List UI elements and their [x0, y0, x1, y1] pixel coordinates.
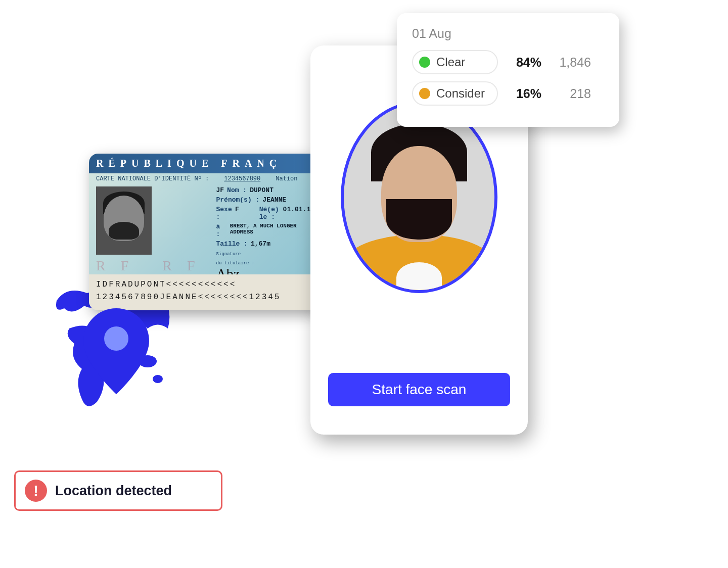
id-card: RÉPUBLIQUE FRANÇ CARTE NATIONALE D'IDENT… — [89, 154, 322, 310]
stat-row-clear: Clear 84% 1,846 — [412, 50, 604, 74]
stat-percent: 84% — [505, 55, 541, 70]
stat-count: 218 — [549, 86, 591, 101]
stat-pill-consider[interactable]: Consider — [412, 81, 498, 106]
stats-date: 01 Aug — [412, 26, 604, 41]
id-sexe-label: Sexe : — [216, 206, 232, 221]
stats-panel: 01 Aug Clear 84% 1,846 Consider 16% 218 — [397, 13, 619, 127]
stat-percent: 16% — [505, 86, 541, 101]
id-prenom-label: Prénom(s) : — [216, 196, 260, 204]
alert-icon: ! — [25, 480, 47, 502]
mrz-line-2: 1234567890JEANNE<<<<<<<<12345 — [96, 291, 314, 304]
dot-icon — [419, 57, 430, 68]
id-signature-label2: du titulaire : — [216, 261, 315, 266]
location-detected-banner: ! Location detected — [14, 470, 222, 511]
id-card-number: 1234567890 — [224, 175, 260, 182]
stat-label: Clear — [436, 55, 465, 69]
stat-row-consider: Consider 16% 218 — [412, 81, 604, 106]
id-ne-value: 01.01.19 — [283, 206, 314, 221]
id-a-value: BREST, A MUCH LONGER ADDRESS — [230, 223, 314, 238]
dot-icon — [419, 88, 430, 99]
id-card-nationality-label: Nation — [276, 175, 297, 182]
start-face-scan-button[interactable]: Start face scan — [328, 373, 510, 406]
id-signature-label1: Signature — [216, 252, 315, 257]
id-taille-value: 1,67m — [251, 240, 270, 248]
id-a-label: à : — [216, 223, 227, 238]
id-ne-label: Né(e) le : — [259, 206, 280, 221]
id-card-mrz: IDFRADUPONT<<<<<<<<<<< 1234567890JEANNE<… — [89, 274, 322, 310]
stat-label: Consider — [436, 86, 485, 101]
svg-point-1 — [153, 375, 163, 383]
id-taille-label: Taille : — [216, 240, 248, 248]
id-card-subtitle: CARTE NATIONALE D'IDENTITÉ Nº : — [96, 175, 209, 182]
stat-count: 1,846 — [549, 55, 591, 70]
id-nom-label: Nom : — [227, 186, 247, 194]
face-portrait — [353, 118, 485, 290]
location-pin-icon — [83, 308, 149, 394]
id-nom-value: DUPONT — [250, 186, 274, 194]
id-card-subheader: CARTE NATIONALE D'IDENTITÉ Nº : 12345678… — [89, 173, 322, 184]
location-detected-text: Location detected — [55, 483, 172, 499]
rf-watermark: RF RF — [96, 258, 210, 274]
id-jf: JF — [216, 186, 224, 194]
id-card-country-header: RÉPUBLIQUE FRANÇ — [89, 154, 322, 173]
stat-pill-clear[interactable]: Clear — [412, 50, 498, 74]
mrz-line-1: IDFRADUPONT<<<<<<<<<<< — [96, 278, 314, 292]
svg-point-2 — [104, 326, 128, 351]
id-card-fields: JF Nom : DUPONT Prénom(s) : JEANNE Sexe … — [216, 186, 315, 282]
id-card-photo — [96, 186, 152, 255]
face-capture-oval — [341, 101, 497, 293]
id-prenom-value: JEANNE — [262, 196, 286, 204]
id-sexe-value: F — [235, 206, 239, 221]
